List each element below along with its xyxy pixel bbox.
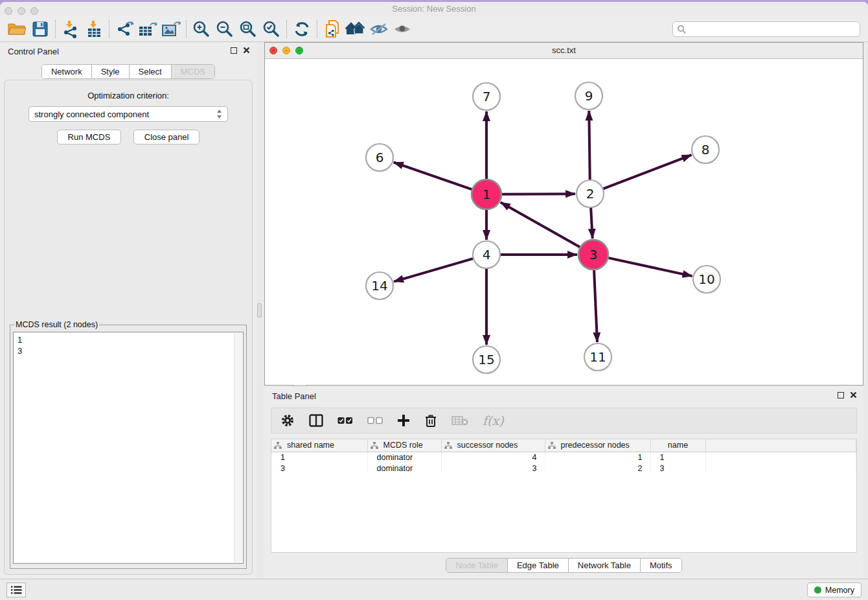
node-label: 3 [589, 247, 598, 262]
edge-1-6[interactable] [394, 163, 473, 190]
vertical-splitter-grip[interactable] [257, 303, 262, 317]
cell-predecessor-nodes[interactable]: 2 [545, 463, 650, 474]
float-table-panel-icon[interactable] [838, 392, 844, 398]
column-header-MCDS-role[interactable]: MCDS role [367, 439, 441, 452]
node-6[interactable]: 6 [366, 144, 393, 171]
app-window: Session: New Session [0, 2, 868, 600]
search-input[interactable] [686, 25, 856, 34]
gear-icon[interactable] [280, 413, 295, 428]
network-title: scc.txt [265, 45, 863, 55]
cell-shared-name[interactable]: 3 [271, 463, 367, 474]
search-field[interactable] [672, 21, 860, 37]
control-panel-title: Control Panel [8, 47, 59, 56]
run-mcds-button[interactable]: Run MCDS [57, 130, 122, 144]
desktop: Session: New Session [0, 0, 868, 600]
node-11[interactable]: 11 [584, 343, 611, 371]
node-9[interactable]: 9 [575, 82, 602, 110]
table-panel: Table Panel f(x) shared nameMCDS rolesuc… [264, 387, 863, 579]
tab-network-table[interactable]: Network Table [569, 559, 641, 572]
split-columns-icon[interactable] [309, 414, 323, 427]
tab-mcds[interactable]: MCDS [172, 65, 214, 78]
node-label: 2 [586, 186, 595, 202]
node-label: 7 [483, 89, 491, 104]
export-image-icon[interactable] [159, 19, 183, 40]
export-network-icon[interactable] [113, 19, 136, 40]
column-header-name[interactable]: name [650, 439, 705, 452]
zoom-in-icon[interactable] [190, 19, 213, 40]
select-all-columns-icon[interactable] [337, 416, 353, 425]
mcds-result-list[interactable]: 13 [13, 332, 244, 564]
export-table-icon[interactable] [136, 19, 159, 40]
show-eye-icon[interactable] [391, 19, 414, 40]
edge-3-10[interactable] [607, 258, 692, 276]
function-builder-icon[interactable]: f(x) [483, 413, 504, 428]
zoom-fit-icon[interactable] [236, 19, 260, 40]
node-2[interactable]: 2 [577, 180, 604, 207]
tab-network[interactable]: Network [42, 65, 92, 78]
tree-icon [444, 442, 452, 449]
memory-label: Memory [825, 586, 854, 595]
tab-node-table[interactable]: Node Table [446, 559, 508, 572]
network-graph[interactable]: 1234678910111415 [265, 59, 863, 385]
refresh-icon[interactable] [290, 19, 314, 40]
node-label: 9 [585, 88, 593, 104]
edge-4-14[interactable] [394, 259, 474, 282]
cell-predecessor-nodes[interactable]: 1 [545, 452, 650, 463]
add-column-icon[interactable] [397, 414, 410, 427]
table-row[interactable]: 3dominator323 [271, 463, 856, 474]
cell-MCDS-role[interactable]: dominator [367, 452, 441, 463]
node-4[interactable]: 4 [473, 241, 500, 268]
network-titlebar[interactable]: × − + scc.txt [265, 43, 863, 59]
edge-3-1[interactable] [501, 202, 581, 248]
node-10[interactable]: 10 [693, 266, 720, 293]
import-table-icon[interactable] [82, 19, 106, 40]
save-icon[interactable] [29, 19, 52, 40]
zoom-selected-icon[interactable] [260, 19, 283, 40]
node-15[interactable]: 15 [473, 346, 500, 373]
delete-table-icon[interactable] [451, 415, 468, 426]
tab-edge-table[interactable]: Edge Table [508, 559, 569, 572]
table-row[interactable]: 1dominator411 [271, 452, 856, 463]
edge-2-3[interactable] [591, 207, 593, 238]
result-scrollbar[interactable] [234, 333, 242, 562]
column-header-successor-nodes[interactable]: successor nodes [441, 439, 545, 452]
column-header-predecessor-nodes[interactable]: predecessor nodes [545, 439, 650, 452]
cell-shared-name[interactable]: 1 [271, 452, 367, 463]
tab-style[interactable]: Style [92, 65, 130, 78]
edge-3-11[interactable] [594, 269, 597, 342]
node-8[interactable]: 8 [692, 136, 719, 163]
float-panel-icon[interactable] [231, 47, 237, 54]
tree-icon [274, 442, 282, 449]
delete-column-icon[interactable] [424, 413, 437, 428]
close-table-panel-icon[interactable] [850, 391, 857, 398]
houses-icon[interactable] [344, 19, 367, 40]
cell-successor-nodes[interactable]: 3 [441, 463, 545, 474]
tab-motifs[interactable]: Motifs [641, 559, 681, 572]
task-history-button[interactable] [6, 583, 26, 597]
edge-1-2[interactable] [501, 194, 575, 194]
cell-successor-nodes[interactable]: 4 [441, 452, 545, 463]
cell-name[interactable]: 1 [650, 452, 705, 463]
node-label: 8 [702, 142, 710, 157]
zoom-out-icon[interactable] [213, 19, 236, 40]
column-header-shared-name[interactable]: shared name [271, 439, 367, 452]
close-panel-button[interactable]: Close panel [133, 130, 200, 144]
close-panel-icon[interactable] [243, 47, 250, 54]
open-folder-icon[interactable] [5, 19, 29, 40]
deselect-all-columns-icon[interactable] [367, 416, 383, 425]
network-canvas[interactable]: 1234678910111415 [265, 59, 863, 385]
hide-eye-icon[interactable] [367, 19, 391, 40]
edge-2-9[interactable] [589, 111, 589, 181]
node-3[interactable]: 3 [578, 240, 608, 270]
node-7[interactable]: 7 [473, 83, 500, 110]
edge-2-8[interactable] [602, 155, 692, 189]
memory-button[interactable]: Memory [807, 583, 862, 597]
criterion-select[interactable]: strongly connected component [29, 106, 228, 122]
tab-select[interactable]: Select [130, 65, 172, 78]
node-1[interactable]: 1 [472, 179, 501, 209]
network-document-share-icon[interactable] [321, 19, 344, 40]
import-network-icon[interactable] [59, 19, 82, 40]
cell-name[interactable]: 3 [650, 463, 705, 474]
node-14[interactable]: 14 [366, 272, 393, 299]
cell-MCDS-role[interactable]: dominator [367, 463, 441, 474]
